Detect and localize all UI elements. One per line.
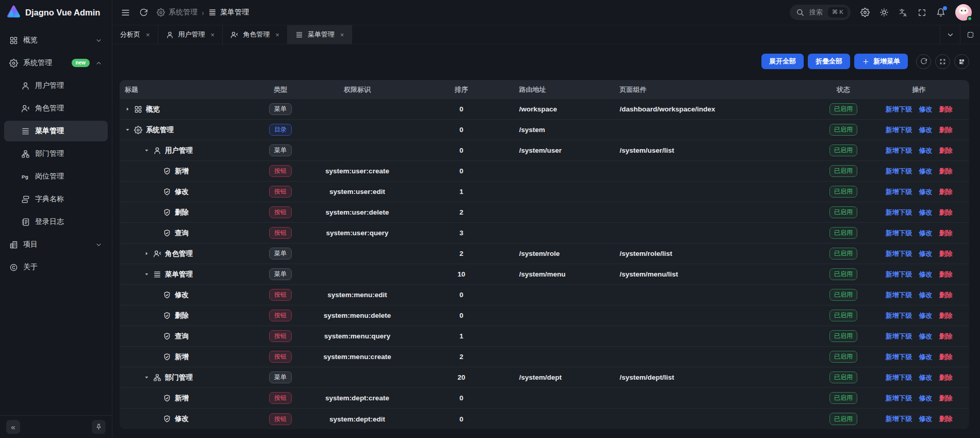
table-refresh-button[interactable]: [916, 54, 931, 69]
edit-link[interactable]: 修改: [919, 105, 933, 114]
delete-link[interactable]: 删除: [939, 352, 953, 362]
cell-permission: system:dept:edit: [306, 415, 409, 423]
edit-link[interactable]: 修改: [919, 373, 933, 382]
collapse-row-arrow[interactable]: [144, 148, 150, 153]
edit-link[interactable]: 修改: [919, 146, 933, 155]
add-child-link[interactable]: 新增下级: [886, 414, 912, 424]
close-icon[interactable]: ×: [211, 31, 215, 39]
sidebar-item-关于[interactable]: 关于: [4, 257, 108, 278]
edit-link[interactable]: 修改: [919, 290, 933, 300]
add-child-link[interactable]: 新增下级: [886, 105, 912, 114]
collapse-all-button[interactable]: 折叠全部: [808, 54, 850, 69]
edit-link[interactable]: 修改: [919, 414, 933, 424]
tab-分析页[interactable]: 分析页×: [112, 25, 158, 44]
delete-link[interactable]: 删除: [939, 373, 953, 382]
sidebar-item-角色管理[interactable]: 角色管理: [4, 98, 108, 119]
edit-link[interactable]: 修改: [919, 208, 933, 217]
user-check-icon: [153, 250, 161, 258]
sidebar-pin-button[interactable]: [92, 420, 106, 434]
sidebar-item-概览[interactable]: 概览: [4, 30, 108, 51]
add-child-link[interactable]: 新增下级: [886, 394, 912, 403]
tab-菜单管理[interactable]: 菜单管理×: [288, 25, 353, 44]
chevron-down-icon: [95, 37, 103, 44]
close-icon[interactable]: ×: [340, 31, 344, 39]
cell-status: 已启用: [818, 206, 869, 218]
collapse-row-arrow[interactable]: [144, 271, 150, 277]
hamburger-menu-icon[interactable]: [121, 8, 130, 18]
delete-link[interactable]: 删除: [939, 311, 953, 320]
gear-icon: [134, 126, 142, 134]
add-child-link[interactable]: 新增下级: [886, 208, 912, 217]
delete-link[interactable]: 删除: [939, 332, 953, 341]
user-avatar[interactable]: [955, 4, 972, 21]
sidebar-item-用户管理[interactable]: 用户管理: [4, 75, 108, 96]
sidebar-item-项目[interactable]: 项目: [4, 234, 108, 255]
expand-row-arrow[interactable]: [125, 106, 130, 112]
add-child-link[interactable]: 新增下级: [886, 146, 912, 155]
refresh-page-icon[interactable]: [139, 8, 148, 17]
sidebar-item-登录日志[interactable]: 登录日志: [4, 212, 108, 232]
expand-row-arrow[interactable]: [144, 251, 150, 256]
table-columns-button[interactable]: [954, 54, 969, 69]
edit-link[interactable]: 修改: [919, 187, 933, 197]
delete-link[interactable]: 删除: [939, 208, 953, 217]
add-child-link[interactable]: 新增下级: [886, 373, 912, 382]
breadcrumb-item[interactable]: 系统管理: [157, 8, 197, 17]
collapse-row-arrow[interactable]: [144, 375, 150, 380]
delete-link[interactable]: 删除: [939, 394, 953, 403]
edit-link[interactable]: 修改: [919, 394, 933, 403]
tabs-dropdown-button[interactable]: [940, 25, 960, 44]
language-translate-icon[interactable]: 文A: [899, 8, 908, 17]
collapse-row-arrow[interactable]: [125, 127, 130, 133]
delete-link[interactable]: 删除: [939, 290, 953, 300]
expand-all-button[interactable]: 展开全部: [761, 54, 804, 69]
sidebar-item-字典名称[interactable]: 字典名称: [4, 189, 108, 209]
edit-link[interactable]: 修改: [919, 332, 933, 341]
delete-link[interactable]: 删除: [939, 146, 953, 155]
edit-link[interactable]: 修改: [919, 249, 933, 258]
delete-link[interactable]: 删除: [939, 249, 953, 258]
delete-link[interactable]: 删除: [939, 105, 953, 114]
add-child-link[interactable]: 新增下级: [886, 167, 912, 176]
notifications-button[interactable]: [936, 8, 945, 17]
close-icon[interactable]: ×: [275, 31, 279, 39]
add-child-link[interactable]: 新增下级: [886, 270, 912, 279]
settings-gear-icon[interactable]: [860, 8, 870, 17]
sidebar-item-部门管理[interactable]: 部门管理: [4, 143, 108, 164]
search-input[interactable]: 搜索 ⌘ K: [790, 5, 851, 20]
delete-link[interactable]: 删除: [939, 167, 953, 176]
add-child-link[interactable]: 新增下级: [886, 311, 912, 320]
edit-link[interactable]: 修改: [919, 311, 933, 320]
sidebar-item-菜单管理[interactable]: 菜单管理: [4, 121, 108, 141]
fullscreen-icon[interactable]: [918, 8, 926, 17]
cell-type: 菜单: [255, 371, 306, 383]
add-child-link[interactable]: 新增下级: [886, 229, 912, 238]
sidebar-item-岗位管理[interactable]: Pg岗位管理: [4, 166, 108, 187]
content-maximize-button[interactable]: [960, 25, 980, 44]
theme-sun-icon[interactable]: [879, 8, 889, 17]
add-child-link[interactable]: 新增下级: [886, 332, 912, 341]
table-fullscreen-button[interactable]: [935, 54, 950, 69]
tab-用户管理[interactable]: 用户管理×: [158, 25, 223, 44]
edit-link[interactable]: 修改: [919, 125, 933, 135]
delete-link[interactable]: 删除: [939, 187, 953, 197]
add-child-link[interactable]: 新增下级: [886, 249, 912, 258]
edit-link[interactable]: 修改: [919, 167, 933, 176]
close-icon[interactable]: ×: [146, 31, 150, 39]
edit-link[interactable]: 修改: [919, 352, 933, 362]
delete-link[interactable]: 删除: [939, 270, 953, 279]
add-child-link[interactable]: 新增下级: [886, 125, 912, 135]
add-child-link[interactable]: 新增下级: [886, 187, 912, 197]
edit-link[interactable]: 修改: [919, 229, 933, 238]
add-menu-button[interactable]: 新增菜单: [854, 54, 908, 69]
breadcrumb-item[interactable]: 菜单管理: [208, 8, 249, 17]
sidebar-collapse-button[interactable]: «: [6, 420, 20, 434]
delete-link[interactable]: 删除: [939, 125, 953, 135]
add-child-link[interactable]: 新增下级: [886, 352, 912, 362]
sidebar-item-系统管理[interactable]: 系统管理new: [4, 53, 108, 73]
edit-link[interactable]: 修改: [919, 270, 933, 279]
add-child-link[interactable]: 新增下级: [886, 290, 912, 300]
tab-角色管理[interactable]: 角色管理×: [223, 25, 288, 44]
delete-link[interactable]: 删除: [939, 414, 953, 424]
delete-link[interactable]: 删除: [939, 229, 953, 238]
